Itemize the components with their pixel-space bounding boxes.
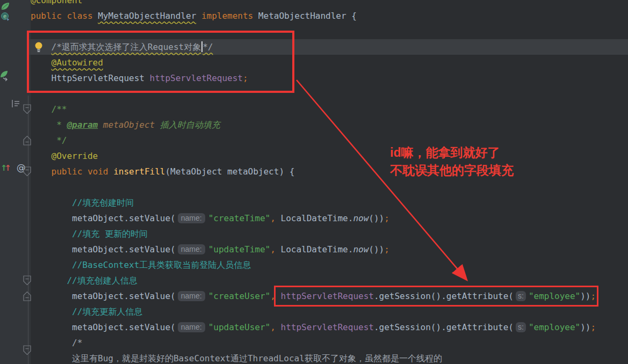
code-token: LocalDateTime. (276, 213, 353, 223)
parameter-hint-inlay: name: (178, 244, 205, 254)
code-token: "employee" (529, 291, 580, 301)
override-arrow-red-icon: ↑ (5, 163, 12, 173)
fold-marker-up[interactable] (23, 135, 31, 145)
code-line-10[interactable]: */ (0, 133, 628, 148)
code-line-12[interactable]: public void insertFill(MetaObject metaOb… (0, 164, 628, 179)
code-line-19[interactable]: //填充创建人信息 (0, 273, 628, 288)
code-token: /** (31, 104, 67, 114)
code-line-5[interactable]: @Autowired (0, 55, 628, 70)
code-line-11[interactable]: @Override (0, 148, 628, 164)
fold-marker-up[interactable] (23, 291, 31, 301)
code-token (31, 260, 72, 270)
code-token: @Override (52, 151, 98, 161)
code-token: metaObject.setValue( (72, 291, 176, 301)
code-token: LocalDateTime. (276, 244, 353, 254)
code-token: httpServletRequest (281, 322, 374, 332)
code-token: @param (67, 120, 98, 130)
code-token: "createTime" (208, 213, 271, 223)
code-token (31, 244, 72, 254)
parameter-hint-inlay: s: (516, 322, 526, 332)
code-token (31, 151, 52, 161)
code-token: , (270, 213, 276, 223)
code-token (31, 353, 72, 363)
code-line-22[interactable]: metaObject.setValue(name:"updateUser", h… (0, 319, 628, 335)
code-line-16[interactable]: //填充 更新的时间 (0, 226, 628, 242)
parameter-hint-inlay: s: (516, 291, 526, 301)
code-token: ; (384, 244, 389, 254)
code-token: ; (243, 73, 248, 83)
code-editor-area[interactable]: @Componentpublic class MyMetaObjectHandl… (0, 0, 628, 364)
code-token (31, 166, 52, 177)
code-line-2[interactable]: public class MyMetaObjectHandler impleme… (0, 8, 628, 24)
code-token (31, 307, 72, 317)
code-line-13[interactable] (0, 179, 628, 195)
code-line-20[interactable]: metaObject.setValue(name:"createUser", h… (0, 288, 628, 304)
code-line-24[interactable]: 这里有Bug，就是封装好的BaseContext通过ThreadLocal获取不… (0, 351, 628, 364)
code-token: "createUser" (208, 291, 271, 301)
code-token (31, 291, 72, 301)
code-token: metaObject (98, 120, 160, 130)
code-token: , (270, 322, 276, 332)
code-token: (MetaObject metaObject) { (165, 166, 294, 177)
intention-bulb-icon[interactable] (34, 41, 44, 53)
code-line-1[interactable]: @Component (0, 0, 628, 8)
parameter-hint-inlay: name: (178, 213, 205, 223)
fold-marker-down[interactable] (23, 275, 31, 286)
code-token: */ (203, 42, 213, 52)
code-token: //填充 更新的时间 (72, 229, 148, 239)
fold-marker-down[interactable] (23, 104, 31, 114)
code-token: "updateUser" (208, 322, 271, 332)
code-token: httpServletRequest (150, 73, 243, 83)
code-token: MetaObjectHandler { (258, 11, 357, 21)
code-line-17[interactable]: metaObject.setValue(name:"updateTime", L… (0, 242, 628, 257)
code-token: @Component (31, 0, 82, 5)
code-token: MyMetaObjectHandler (98, 11, 196, 21)
code-line-4[interactable]: /*退而求其次选择了注入Request对象*/ (0, 39, 628, 55)
annotation-note: id嘛，能拿到就好了 不耽误其他的字段填充 (390, 144, 514, 179)
code-token: ; (590, 322, 596, 332)
code-token: metaObject.setValue( (72, 244, 176, 254)
code-line-8[interactable]: /** (0, 101, 628, 117)
code-token: .getSession().getAttribute( (374, 322, 514, 332)
code-token: ()) (369, 244, 384, 254)
code-line-6[interactable]: HttpServletRequest httpServletRequest; (0, 70, 628, 86)
code-token: /* (72, 338, 82, 348)
code-token (276, 322, 281, 332)
code-token: //BaseContext工具类获取当前登陆人员信息 (72, 260, 251, 270)
code-line-3[interactable] (0, 24, 628, 39)
code-token: now (353, 244, 369, 254)
code-token (31, 198, 72, 208)
endpoint-e-badge-icon[interactable]: e (1, 12, 10, 21)
parameter-hint-inlay: name: (178, 322, 205, 332)
fold-marker-down[interactable] (23, 345, 31, 355)
code-token: "employee" (529, 322, 580, 332)
parameter-hint-inlay: name: (178, 291, 205, 301)
fold-marker-down[interactable] (23, 166, 31, 177)
code-token: //填充更新人信息 (72, 307, 142, 317)
code-token: , (270, 291, 276, 301)
code-line-7[interactable] (0, 86, 628, 101)
override-method-icon[interactable]: ↑↑ @ (1, 163, 26, 173)
list-structure-icon[interactable] (11, 99, 20, 108)
code-token: metaObject.setValue( (72, 322, 176, 332)
code-token: 这里有Bug，就是封装好的BaseContext通过ThreadLocal获取不… (72, 353, 442, 363)
autowired-leaf-icon[interactable] (0, 70, 9, 81)
code-line-9[interactable]: * @param metaObject 插入时自动填充 (0, 117, 628, 133)
code-line-21[interactable]: //填充更新人信息 (0, 304, 628, 319)
code-token (31, 213, 72, 223)
code-token: * (31, 120, 67, 130)
code-token (31, 338, 72, 348)
code-token (31, 73, 52, 83)
code-token: .getSession().getAttribute( (374, 291, 514, 301)
code-line-23[interactable]: /* (0, 335, 628, 351)
code-line-15[interactable]: metaObject.setValue(name:"createTime", L… (0, 210, 628, 226)
code-token: /*退而求其次选择了注入Request对象 (52, 42, 201, 52)
code-line-18[interactable]: //BaseContext工具类获取当前登陆人员信息 (0, 257, 628, 273)
annotation-note-line2: 不耽误其他的字段填充 (390, 162, 514, 179)
spring-bean-leaf-icon[interactable] (1, 2, 10, 11)
code-line-14[interactable]: //填充创建时间 (0, 195, 628, 210)
code-token: //填充创建时间 (72, 198, 134, 208)
code-token (31, 57, 52, 68)
code-token: @Autowired (52, 57, 103, 68)
code-token: , (270, 244, 276, 254)
